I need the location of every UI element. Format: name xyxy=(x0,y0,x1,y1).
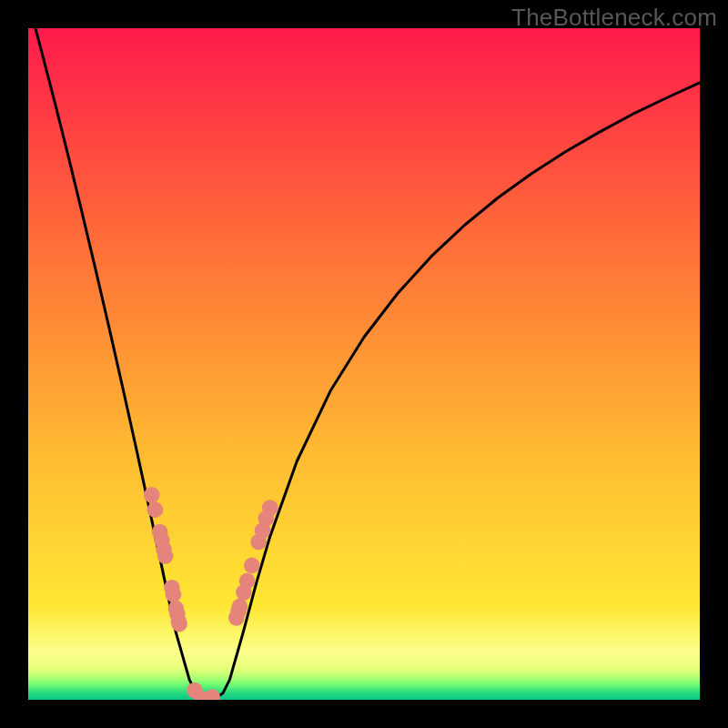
gpu-marker-dot xyxy=(239,573,256,590)
gpu-marker-dot xyxy=(171,616,187,632)
gpu-marker-dot xyxy=(244,558,260,574)
chart-frame: TheBottleneck.com xyxy=(0,0,728,728)
gpu-marker-dot xyxy=(166,586,182,602)
watermark-text: TheBottleneck.com xyxy=(511,4,717,32)
plot-area xyxy=(28,28,700,700)
gpu-marker-dot xyxy=(232,599,248,615)
gradient-background xyxy=(28,28,700,700)
gpu-marker-dot xyxy=(144,487,160,503)
chart-svg xyxy=(28,28,700,700)
gpu-marker-dot xyxy=(157,548,174,564)
gpu-marker-dot xyxy=(262,500,278,516)
gpu-marker-dot xyxy=(147,501,164,518)
